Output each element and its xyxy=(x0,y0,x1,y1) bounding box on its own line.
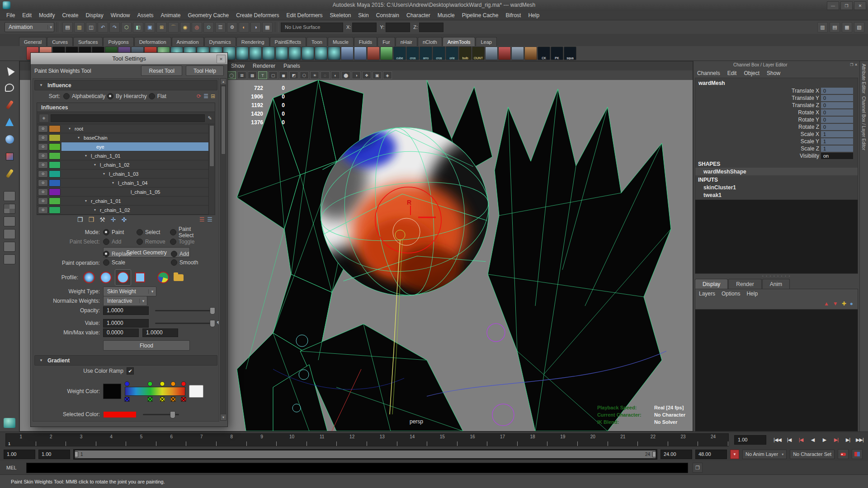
panel-menu-item[interactable]: Renderer xyxy=(249,63,279,69)
menu-item[interactable]: Create xyxy=(58,11,82,19)
menu-item[interactable]: Edit Deformers xyxy=(283,11,326,19)
weights-utility-icon[interactable]: ⚒ xyxy=(99,216,105,223)
auto-keyframe-toggle[interactable] xyxy=(852,449,863,459)
frame-tick[interactable]: 19 xyxy=(547,434,578,446)
expand-arrow-icon[interactable]: ▾ xyxy=(103,172,109,176)
menu-item[interactable]: Create Deformers xyxy=(232,11,283,19)
channel-row[interactable]: Rotate Y 0 xyxy=(695,116,858,123)
layout-two-pane-stacked-button[interactable] xyxy=(4,229,15,239)
shelf-tab[interactable]: nHair xyxy=(396,37,417,46)
tool-settings-scrollbar[interactable]: ▲ ▼ xyxy=(220,78,226,421)
layer-list[interactable] xyxy=(695,309,858,431)
status-line-icon[interactable]: ↷ xyxy=(109,22,120,33)
shelf-tab[interactable]: Surfaces xyxy=(73,37,103,46)
tool-settings-window[interactable]: Tool Settings ✕ Paint Skin Weights Tool … xyxy=(30,52,228,427)
slider-knob[interactable] xyxy=(170,411,175,418)
menu-item[interactable]: Pipeline Cache xyxy=(458,11,502,19)
influence-color-swatch[interactable] xyxy=(49,179,61,187)
weights-utility-icon[interactable]: ❐ xyxy=(77,216,83,223)
brush-profile-square-button[interactable] xyxy=(132,270,148,285)
weight-type-dropdown[interactable]: Skin Weight▾ xyxy=(103,286,156,296)
x-coordinate-input[interactable] xyxy=(352,23,377,32)
menu-item[interactable]: Muscle xyxy=(434,11,458,19)
status-line-icon[interactable]: ◑ xyxy=(250,22,261,33)
channel-value-field[interactable]: 0 xyxy=(821,102,853,108)
panel-toolbar-icon[interactable]: ▣ xyxy=(373,71,382,79)
status-line-icon[interactable]: ▣ xyxy=(145,22,155,33)
frame-tick[interactable]: 22 xyxy=(638,434,668,446)
move-tool[interactable] xyxy=(3,116,16,128)
mode-option[interactable]: Paint Select xyxy=(170,226,202,239)
frame-tick[interactable]: 23 xyxy=(668,434,698,446)
refresh-influences-icon[interactable]: ⟳ xyxy=(197,93,201,99)
panel-toolbar-icon[interactable]: ◩ xyxy=(289,71,298,79)
shelf-item[interactable] xyxy=(288,47,301,60)
panel-menu-item[interactable]: Panels xyxy=(279,63,304,69)
sidebar-toggle-icon[interactable]: ▥ xyxy=(817,22,828,33)
channel-row[interactable]: Scale X 1 xyxy=(695,131,858,138)
lock-icon[interactable]: ⊙ xyxy=(38,152,48,160)
shelf-item[interactable] xyxy=(341,47,354,60)
shape-node[interactable]: wardMeshShape xyxy=(695,168,858,175)
value-field[interactable]: 1.0000 xyxy=(103,319,149,328)
shelf-tab[interactable]: Rendering xyxy=(236,37,269,46)
channel-value-field[interactable]: 0 xyxy=(821,109,853,116)
layer-editor-menu-item[interactable]: Help xyxy=(746,291,758,297)
frame-tick[interactable]: 5 xyxy=(126,434,156,446)
layer-editor-icon[interactable]: ▲ xyxy=(824,300,829,307)
menu-item[interactable]: Window xyxy=(107,11,134,19)
panel-toolbar-icon[interactable]: ◼ xyxy=(279,71,288,79)
influence-color-swatch[interactable] xyxy=(49,152,61,160)
sidebar-vertical-tab[interactable]: Channel Box / Layer Editor xyxy=(861,96,866,150)
mode-option[interactable]: Paint xyxy=(103,226,135,239)
influence-color-swatch[interactable] xyxy=(49,206,61,214)
brush-profile-gaussian-button[interactable] xyxy=(81,270,97,285)
channel-value-field[interactable]: 0 xyxy=(821,124,853,130)
lock-icon[interactable]: ⊙ xyxy=(38,170,48,178)
influence-row[interactable]: ⊙ eye xyxy=(37,142,209,151)
frame-tick[interactable]: 14 xyxy=(397,434,428,446)
slider-knob[interactable] xyxy=(210,307,215,314)
frame-ruler[interactable]: 1 12345678910111213141516171819202122232… xyxy=(5,433,729,446)
panel-toolbar-icon[interactable]: ▢ xyxy=(269,71,278,79)
ramp-stop-delete[interactable] xyxy=(124,397,129,402)
ramp-stop-handle[interactable] xyxy=(170,381,175,386)
shelf-item[interactable] xyxy=(485,47,498,60)
transport-button[interactable]: |◀◀ xyxy=(772,435,783,445)
shelf-item[interactable] xyxy=(354,47,367,60)
transport-button[interactable]: ▶▶| xyxy=(854,435,865,445)
weights-utility-icon[interactable]: ✛ xyxy=(111,216,116,223)
transport-button[interactable]: ▶| xyxy=(830,435,842,445)
shelf-tab[interactable]: Leap xyxy=(476,37,496,46)
paint-operation-option[interactable]: Scale xyxy=(103,258,169,267)
sidebar-vertical-tab[interactable]: Attribute Editor xyxy=(861,64,866,94)
shelf-item[interactable] xyxy=(262,47,275,60)
influence-row[interactable]: ⊙ l_chain_1_05 xyxy=(37,188,209,197)
panel-toolbar-icon[interactable]: ⬤ xyxy=(341,71,350,79)
sidebar-toggle-icon[interactable]: ▦ xyxy=(842,22,852,33)
brush-profile-soft-button[interactable] xyxy=(98,270,113,285)
gradient-section-header[interactable]: ▼ Gradient xyxy=(34,355,217,366)
rotate-tool[interactable] xyxy=(3,133,16,145)
set-key-button[interactable] xyxy=(838,449,849,459)
panel-toolbar-icon[interactable]: ☀ xyxy=(310,71,319,79)
influence-color-swatch[interactable] xyxy=(49,170,61,178)
use-color-ramp-checkbox[interactable]: ✔ xyxy=(127,367,134,375)
selected-color-swatch[interactable] xyxy=(103,411,137,418)
sidebar-toggle-icon[interactable]: ▧ xyxy=(854,22,864,33)
z-coordinate-input[interactable] xyxy=(419,23,443,32)
layout-hypershade-persp-button[interactable] xyxy=(4,254,15,264)
channel-row[interactable]: Visibility on xyxy=(695,152,858,160)
expand-arrow-icon[interactable]: ▾ xyxy=(78,136,84,140)
frame-tick[interactable]: 3 xyxy=(66,434,96,446)
status-line-icon[interactable]: ⌒ xyxy=(168,22,179,33)
mode-option[interactable]: Select xyxy=(137,226,168,239)
min-value-field[interactable]: 0.0000 xyxy=(103,328,139,337)
influence-color-swatch[interactable] xyxy=(49,143,61,150)
display-toggle-icon[interactable]: ☰ xyxy=(199,216,205,223)
close-panel-icon[interactable]: ✕ xyxy=(854,63,858,67)
status-line-icon[interactable]: ⬡ xyxy=(121,22,132,33)
minimize-button[interactable]: — xyxy=(827,1,839,10)
scroll-thumb[interactable] xyxy=(221,86,226,155)
filter-grip-icon[interactable]: ◈ xyxy=(39,114,49,122)
